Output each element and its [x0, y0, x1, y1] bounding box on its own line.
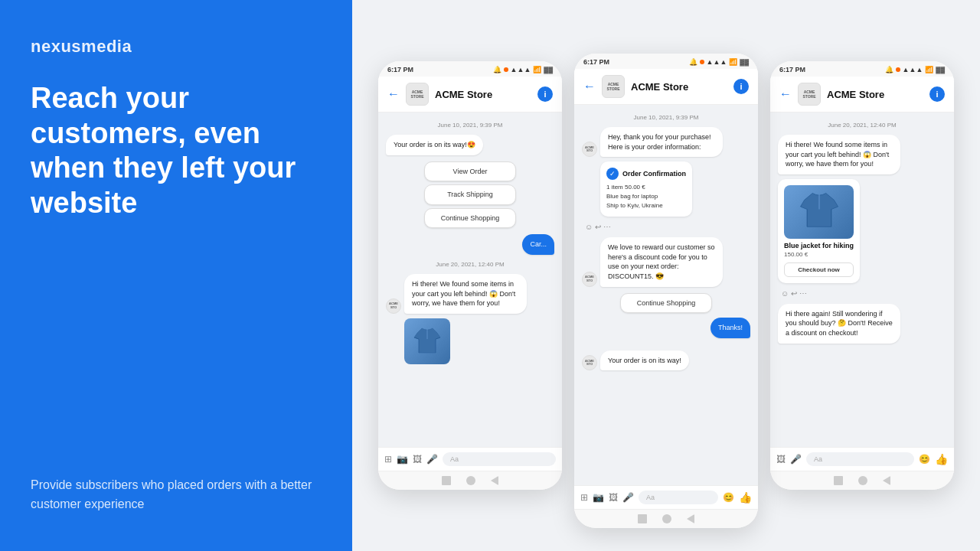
status-dot-2: [700, 60, 704, 64]
track-shipping-btn[interactable]: Track Shipping: [424, 184, 516, 205]
thumbs-up-icon-3[interactable]: 👍: [935, 453, 948, 465]
nav-back-1[interactable]: [491, 476, 498, 485]
order-card-title: Order Confirmation: [622, 170, 686, 178]
info-icon-2[interactable]: i: [733, 79, 749, 94]
thumbs-up-icon-2[interactable]: 👍: [739, 491, 752, 504]
jacket-svg-3: [792, 185, 846, 239]
product-card-row-3: Blue jacket for hiking 150.00 € Checkout…: [778, 179, 946, 283]
bubble-3-2: Hi there again! Still wondering if you s…: [778, 304, 900, 344]
msg-row-2-3: ACMESTO Your order is on its way!: [582, 350, 750, 371]
store-name-1: ACME Store: [435, 89, 531, 100]
nav-bar-1: [378, 471, 562, 490]
bubble-2-1: Hey, thank you for your purchase! Here i…: [600, 127, 723, 157]
bubble-2-3: Your order is on its way!: [600, 350, 689, 371]
info-icon-1[interactable]: i: [537, 86, 553, 102]
check-circle-icon: ✓: [606, 168, 619, 180]
order-card-details: 1 item 50.00 € Blue bag for laptop Ship …: [606, 183, 686, 210]
status-icons-2: 🔔 ▲▲▲ 📶 ▓▓: [689, 58, 749, 66]
chat-header-1: ← ACMESTORE ACME Store i: [378, 77, 562, 112]
status-bar-3: 6:17 PM 🔔 ▲▲▲ 📶 ▓▓: [770, 61, 954, 77]
wifi-icon-3: 📶: [925, 66, 933, 73]
bubble-right-1: Car...: [522, 234, 554, 255]
grid-icon-1[interactable]: ⊞: [384, 454, 392, 465]
right-panel: 6:17 PM 🔔 ▲▲▲ 📶 ▓▓ ← ACMESTORE ACME Stor…: [352, 0, 980, 551]
emoji-react-2[interactable]: ☺ ↩ ⋯: [585, 223, 611, 231]
nav-back-2[interactable]: [687, 514, 694, 523]
bubble-avatar-2-1: ACMESTO: [582, 142, 597, 157]
chat-input-2[interactable]: Aa: [639, 491, 718, 504]
bubble-2-2: We love to reward our customer so here's…: [600, 237, 723, 286]
order-card-header: ✓ Order Confirmation: [606, 168, 686, 180]
order-card: ✓ Order Confirmation 1 item 50.00 € Blue…: [600, 161, 692, 217]
nav-back-3[interactable]: [883, 476, 890, 485]
action-buttons-1: View Order Track Shipping Continue Shopp…: [386, 161, 554, 229]
nav-home-3[interactable]: [858, 476, 867, 485]
checkout-btn-3[interactable]: Checkout now: [784, 262, 854, 277]
chat-header-3: ← ACMESTORE ACME Store i: [770, 77, 954, 112]
jacket-image-1: [404, 318, 450, 364]
back-arrow-3[interactable]: ←: [779, 87, 792, 101]
nav-square-2[interactable]: [638, 514, 647, 523]
msg-row-2-2: ACMESTO We love to reward our customer s…: [582, 237, 750, 286]
image-icon-1[interactable]: 🖼: [413, 454, 422, 465]
chat-header-2: ← ACMESTORE ACME Store i: [574, 69, 758, 105]
image-icon-2[interactable]: 🖼: [609, 492, 618, 503]
order-card-row: ✓ Order Confirmation 1 item 50.00 € Blue…: [582, 161, 750, 217]
signal-icon-3: ▲▲▲: [903, 66, 923, 73]
bubble-avatar-2-3: ACMESTO: [582, 355, 597, 370]
msg-row-right-1: Car...: [386, 234, 554, 255]
chat-footer-2: ⊞ 📷 🖼 🎤 Aa 😊 👍: [574, 485, 758, 509]
phone-mockup-1: 6:17 PM 🔔 ▲▲▲ 📶 ▓▓ ← ACMESTORE ACME Stor…: [378, 61, 562, 490]
nav-home-2[interactable]: [662, 514, 671, 523]
info-icon-3[interactable]: i: [929, 86, 945, 102]
notification-icon-3: 🔔: [885, 66, 893, 73]
jacket-svg-1: [408, 322, 446, 360]
phone-mockup-2: 6:17 PM 🔔 ▲▲▲ 📶 ▓▓ ← ACMESTORE ACME Stor…: [574, 54, 758, 528]
product-price-3: 150.00 €: [784, 251, 854, 258]
chat-footer-1: ⊞ 📷 🖼 🎤 Aa: [378, 447, 562, 471]
camera-icon-1[interactable]: 📷: [397, 454, 408, 465]
bubble-avatar-2-2: ACMESTO: [582, 272, 597, 287]
product-title-3: Blue jacket for hiking: [784, 242, 854, 249]
back-arrow-1[interactable]: ←: [387, 87, 400, 101]
nav-square-1[interactable]: [442, 476, 451, 485]
continue-shopping-btn-2[interactable]: Continue Shopping: [620, 293, 712, 314]
image-icon-3[interactable]: 🖼: [776, 454, 786, 465]
battery-icon-2: ▓▓: [740, 59, 749, 66]
thanks-row: Thanks!: [582, 318, 750, 338]
timestamp-1-2: June 20, 2021, 12:40 PM: [386, 261, 554, 268]
store-name-2: ACME Store: [631, 81, 727, 93]
notification-icon: 🔔: [493, 66, 501, 73]
battery-icon-3: ▓▓: [936, 67, 945, 73]
status-icons-1: 🔔 ▲▲▲ 📶 ▓▓: [493, 66, 553, 73]
status-dot-3: [896, 67, 900, 72]
nav-home-1[interactable]: [466, 476, 475, 485]
mic-icon-3[interactable]: 🎤: [790, 454, 802, 465]
emoji-react-3[interactable]: ☺ ↩ ⋯: [781, 289, 807, 298]
left-panel: nexusmedia Reach your customers, even wh…: [0, 0, 352, 551]
timestamp-3-1: June 20, 2021, 12:40 PM: [778, 122, 946, 129]
emoji-icon-2[interactable]: 😊: [723, 492, 734, 503]
nav-bar-2: [574, 509, 758, 528]
chat-body-1: June 10, 2021, 9:39 PM Your order is on …: [378, 112, 562, 447]
brand-name: nexusmedia: [31, 37, 322, 57]
sub-text: Provide subscribers who placed orders wi…: [31, 475, 322, 514]
grid-icon-2[interactable]: ⊞: [580, 492, 588, 503]
jacket-image-3: [784, 185, 854, 239]
view-order-btn[interactable]: View Order: [424, 161, 516, 182]
mic-icon-1[interactable]: 🎤: [426, 454, 438, 465]
camera-icon-2[interactable]: 📷: [593, 492, 604, 503]
timestamp-1-1: June 10, 2021, 9:39 PM: [386, 122, 554, 129]
mic-icon-2[interactable]: 🎤: [622, 492, 634, 503]
nav-square-3[interactable]: [834, 476, 843, 485]
reaction-row-3: ☺ ↩ ⋯: [778, 288, 946, 299]
back-arrow-2[interactable]: ←: [583, 80, 596, 93]
store-avatar-1: ACMESTORE: [406, 83, 429, 106]
status-bar-1: 6:17 PM 🔔 ▲▲▲ 📶 ▓▓: [378, 61, 562, 77]
chat-input-1[interactable]: Aa: [443, 452, 556, 466]
wifi-icon-2: 📶: [729, 58, 737, 66]
chat-input-3[interactable]: Aa: [806, 452, 914, 466]
emoji-icon-3[interactable]: 😊: [919, 454, 930, 465]
msg-row-3-2: Hi there again! Still wondering if you s…: [778, 304, 946, 344]
continue-shopping-btn-1[interactable]: Continue Shopping: [424, 208, 516, 229]
